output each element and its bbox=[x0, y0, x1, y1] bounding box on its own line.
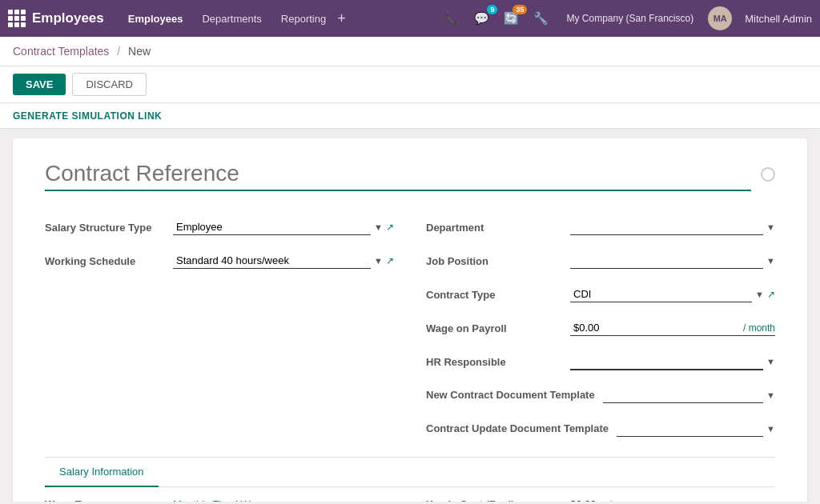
menu-item-departments[interactable]: Departments bbox=[194, 8, 269, 30]
form-card: Salary Structure Type Employee ▼ ↗ Worki… bbox=[13, 138, 807, 502]
contract-type-ext-link[interactable]: ↗ bbox=[767, 289, 775, 300]
refresh-icon[interactable]: 🔄 35 bbox=[500, 8, 522, 29]
breadcrumb-separator: / bbox=[117, 45, 120, 58]
contract-update-doc-row: Contract Update Document Template ▼ bbox=[426, 417, 775, 441]
company-name: My Company (San Francisco) bbox=[566, 13, 693, 24]
app-logo[interactable]: Employees bbox=[8, 10, 104, 27]
bottom-fields: Wage Type Monthly Fixed Wage Yearly Cost… bbox=[45, 487, 775, 502]
hr-responsible-dropdown-arrow: ▼ bbox=[766, 357, 775, 366]
settings-icon[interactable]: 🔧 bbox=[530, 8, 552, 29]
job-position-label: Job Position bbox=[426, 255, 562, 267]
contract-type-dropdown-arrow: ▼ bbox=[755, 290, 764, 299]
yearly-cost-row: Yearly Cost (Real) $0.00 / year bbox=[426, 498, 775, 502]
contract-update-doc-label: Contract Update Document Template bbox=[426, 422, 609, 436]
contract-type-label: Contract Type bbox=[426, 289, 562, 301]
wage-type-value[interactable]: Monthly Fixed Wage bbox=[173, 498, 267, 502]
yearly-cost-unit: / year bbox=[609, 499, 633, 502]
working-schedule-row: Working Schedule Standard 40 hours/week … bbox=[45, 249, 394, 273]
main-menu: Employees Departments Reporting + bbox=[120, 8, 346, 30]
working-schedule-dropdown-arrow: ▼ bbox=[374, 256, 383, 266]
toolbar: SAVE DISCARD bbox=[0, 66, 820, 103]
department-dropdown-arrow: ▼ bbox=[766, 222, 775, 232]
job-position-wrapper: ▼ bbox=[570, 253, 775, 269]
salary-structure-ext-link[interactable]: ↗ bbox=[386, 222, 394, 233]
hr-responsible-select[interactable] bbox=[570, 354, 763, 370]
add-icon[interactable]: + bbox=[337, 10, 346, 27]
yearly-cost-label: Yearly Cost (Real) bbox=[426, 498, 562, 502]
job-position-dropdown-arrow: ▼ bbox=[766, 256, 775, 266]
breadcrumb-current: New bbox=[128, 45, 151, 58]
contract-update-doc-select[interactable] bbox=[617, 421, 763, 437]
refresh-badge: 35 bbox=[512, 5, 527, 14]
department-select[interactable] bbox=[570, 219, 763, 235]
wage-type-row: Wage Type Monthly Fixed Wage bbox=[45, 498, 394, 502]
salary-structure-type-wrapper: Employee ▼ ↗ bbox=[173, 219, 394, 235]
salary-structure-dropdown-arrow: ▼ bbox=[374, 222, 383, 232]
breadcrumb-parent[interactable]: Contract Templates bbox=[13, 45, 109, 58]
contract-type-select[interactable]: CDI bbox=[570, 286, 752, 302]
department-wrapper: ▼ bbox=[570, 219, 775, 235]
working-schedule-label: Working Schedule bbox=[45, 255, 165, 267]
grid-icon bbox=[8, 10, 26, 27]
status-circle bbox=[761, 167, 775, 182]
discard-button[interactable]: DISCARD bbox=[72, 73, 147, 96]
generate-simulation-link[interactable]: GENERATE SIMULATION LINK bbox=[13, 110, 162, 122]
breadcrumb: Contract Templates / New bbox=[0, 37, 820, 66]
wage-on-payroll-input[interactable] bbox=[570, 320, 738, 335]
contract-type-wrapper: CDI ▼ ↗ bbox=[570, 286, 775, 302]
main-content: Salary Structure Type Employee ▼ ↗ Worki… bbox=[0, 129, 820, 502]
working-schedule-select[interactable]: Standard 40 hours/week bbox=[173, 253, 371, 269]
menu-item-employees[interactable]: Employees bbox=[120, 8, 191, 30]
phone-icon[interactable]: 📞 bbox=[441, 8, 463, 29]
job-position-row: Job Position ▼ bbox=[426, 249, 775, 273]
department-row: Department ▼ bbox=[426, 215, 775, 239]
new-contract-doc-dropdown-arrow: ▼ bbox=[766, 390, 775, 400]
menu-item-reporting[interactable]: Reporting bbox=[273, 8, 334, 30]
working-schedule-ext-link[interactable]: ↗ bbox=[386, 255, 394, 266]
yearly-cost-value: $0.00 bbox=[570, 498, 597, 502]
tabs-section: Salary Information Wage Type Monthly Fix… bbox=[45, 457, 775, 502]
new-contract-doc-select[interactable] bbox=[603, 387, 763, 403]
wage-input-group: / month bbox=[570, 320, 775, 336]
user-name: Mitchell Admin bbox=[745, 13, 812, 25]
new-contract-doc-label: New Contract Document Template bbox=[426, 389, 595, 402]
new-contract-doc-row: New Contract Document Template ▼ bbox=[426, 383, 775, 407]
working-schedule-wrapper: Standard 40 hours/week ▼ ↗ bbox=[173, 253, 394, 269]
tabs-bar: Salary Information bbox=[45, 458, 775, 487]
wage-on-payroll-row: Wage on Payroll / month bbox=[426, 316, 775, 340]
wage-type-label: Wage Type bbox=[45, 498, 165, 502]
salary-structure-type-row: Salary Structure Type Employee ▼ ↗ bbox=[45, 215, 394, 239]
avatar[interactable]: MA bbox=[708, 6, 732, 30]
hr-responsible-row: HR Responsible ▼ bbox=[426, 350, 775, 374]
chat-icon[interactable]: 💬 9 bbox=[471, 8, 492, 29]
new-contract-doc-wrapper: ▼ bbox=[603, 387, 775, 403]
contract-update-doc-dropdown-arrow: ▼ bbox=[766, 424, 775, 434]
top-navigation: Employees Employees Departments Reportin… bbox=[0, 0, 820, 37]
wage-on-payroll-label: Wage on Payroll bbox=[426, 322, 562, 334]
contract-reference-row bbox=[45, 158, 775, 191]
salary-structure-type-label: Salary Structure Type bbox=[45, 222, 165, 234]
simulation-bar: GENERATE SIMULATION LINK bbox=[0, 103, 820, 129]
contract-type-row: Contract Type CDI ▼ ↗ bbox=[426, 282, 775, 306]
top-icons: 📞 💬 9 🔄 35 🔧 My Company (San Francisco) … bbox=[441, 6, 812, 30]
wage-unit: / month bbox=[743, 322, 775, 334]
save-button[interactable]: SAVE bbox=[13, 74, 66, 95]
contract-reference-input[interactable] bbox=[45, 158, 751, 191]
contract-update-doc-wrapper: ▼ bbox=[617, 421, 775, 437]
form-left: Salary Structure Type Employee ▼ ↗ Worki… bbox=[45, 215, 394, 441]
hr-responsible-label: HR Responsible bbox=[426, 356, 562, 368]
job-position-select[interactable] bbox=[570, 253, 763, 269]
form-right: Department ▼ Job Position ▼ bbox=[426, 215, 775, 441]
salary-structure-type-select[interactable]: Employee bbox=[173, 219, 371, 235]
app-name: Employees bbox=[32, 10, 104, 26]
chat-badge: 9 bbox=[487, 5, 497, 14]
department-label: Department bbox=[426, 222, 562, 234]
tab-salary-information[interactable]: Salary Information bbox=[45, 458, 159, 487]
form-fields-grid: Salary Structure Type Employee ▼ ↗ Worki… bbox=[45, 215, 775, 441]
hr-responsible-wrapper: ▼ bbox=[570, 354, 775, 370]
